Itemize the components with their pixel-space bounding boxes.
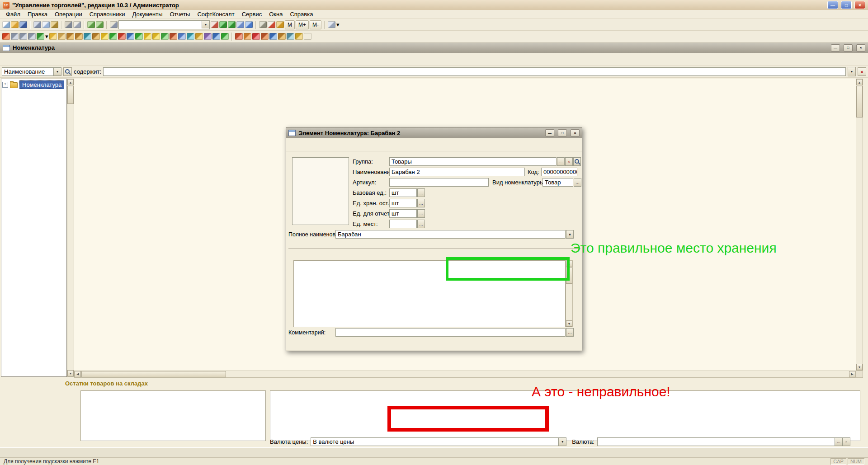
clear-filter-icon[interactable]: × [858, 67, 866, 76]
toolbar2-icon[interactable] [109, 33, 117, 40]
toolbar2-icon[interactable] [212, 33, 220, 40]
toolbar2-icon[interactable] [178, 33, 186, 40]
toolbar2-icon[interactable] [287, 33, 294, 40]
clear-icon[interactable]: × [842, 438, 850, 446]
print-icon[interactable] [65, 21, 72, 28]
find-icon[interactable] [110, 21, 118, 28]
toolbar2-icon[interactable] [170, 33, 177, 40]
toolbar2-icon[interactable] [92, 33, 100, 40]
maximize-button[interactable]: □ [841, 1, 852, 9]
kind-field[interactable]: Товар [542, 178, 573, 187]
item-image-placeholder[interactable] [292, 157, 349, 225]
currency-field[interactable]: … × [597, 437, 850, 446]
clear-search-icon[interactable] [211, 21, 218, 28]
quick-search-combo[interactable]: ▾ [118, 20, 210, 29]
menu-item[interactable]: Правка [24, 10, 51, 18]
memory-button[interactable]: М+ [296, 20, 309, 29]
ellipsis-icon[interactable]: … [566, 328, 574, 337]
horizontal-scrollbar[interactable]: ◀ ▶ [74, 371, 856, 378]
ellipsis-icon[interactable]: … [557, 157, 565, 166]
code-field[interactable]: 000000000002 [541, 168, 577, 176]
new-document-icon[interactable] [2, 21, 10, 28]
search-input[interactable] [103, 67, 846, 76]
article-field[interactable] [389, 178, 489, 187]
minimize-button[interactable]: — [827, 1, 838, 9]
places-unit-field[interactable] [389, 220, 417, 228]
scroll-up-icon[interactable]: ▲ [566, 261, 572, 267]
ellipsis-icon[interactable]: … [417, 188, 425, 197]
chevron-down-icon[interactable]: ▾ [566, 230, 574, 239]
ellipsis-icon[interactable]: … [574, 178, 581, 187]
toolbar2-icon[interactable] [187, 33, 194, 40]
chevron-down-icon[interactable]: ▾ [45, 33, 48, 40]
open-folder-icon[interactable] [11, 21, 19, 28]
toolbar2-icon[interactable] [235, 33, 243, 40]
mdi-minimize-button[interactable]: — [831, 44, 840, 52]
vertical-scrollbar[interactable]: ▲ ▼ [856, 79, 863, 371]
scroll-thumb[interactable] [566, 268, 572, 284]
toolbar-icon[interactable] [304, 33, 311, 40]
toolbar2-icon[interactable] [2, 33, 10, 40]
info-icon[interactable] [245, 21, 253, 28]
toolbar2-icon[interactable] [144, 33, 151, 40]
undo-icon[interactable] [87, 21, 95, 28]
name-field[interactable]: Барабан 2 [389, 168, 525, 176]
places-scrollbar[interactable]: ▲ ▼ [566, 260, 573, 327]
memory-button[interactable]: М [285, 20, 295, 29]
tree-scrollbar[interactable]: ▲ ▼ [67, 79, 74, 377]
group-field[interactable]: Товары [389, 157, 557, 166]
chevron-down-icon[interactable]: ▾ [202, 21, 209, 28]
cut-icon[interactable] [33, 21, 41, 28]
scroll-thumb[interactable] [67, 86, 74, 104]
dialog-maximize-button[interactable]: □ [558, 129, 567, 136]
toolbar2-icon[interactable] [101, 33, 108, 40]
scroll-down-icon[interactable]: ▼ [566, 320, 572, 327]
users-icon[interactable] [276, 21, 284, 28]
scroll-thumb[interactable] [856, 86, 863, 117]
tree-node-nomenklatura[interactable]: + Номенклатура [1, 79, 66, 90]
open-icon[interactable] [573, 157, 581, 166]
menu-item[interactable]: Операции [52, 10, 85, 18]
toolbar2-icon[interactable] [204, 33, 212, 40]
scroll-down-icon[interactable]: ▼ [67, 370, 74, 376]
search-button[interactable] [63, 67, 72, 76]
menu-item[interactable]: Сервис [239, 10, 265, 18]
toolbar2-icon[interactable] [269, 33, 277, 40]
report-unit-field[interactable]: шт [389, 209, 417, 218]
toolbar2-icon[interactable] [19, 33, 27, 40]
toolbar2-icon[interactable] [295, 33, 303, 40]
scroll-down-icon[interactable]: ▼ [856, 364, 863, 370]
save-icon[interactable] [19, 21, 27, 28]
mdi-close-button[interactable]: × [856, 44, 865, 52]
scroll-up-icon[interactable]: ▲ [856, 79, 863, 85]
comment-field[interactable] [335, 328, 566, 337]
toolbar2-icon[interactable] [11, 33, 19, 40]
calendar-icon[interactable] [268, 21, 275, 28]
menu-item[interactable]: Справочники [86, 10, 128, 18]
calculator-icon[interactable] [259, 21, 267, 28]
menu-item[interactable]: Документы [129, 10, 165, 18]
memory-button[interactable]: М- [310, 20, 321, 29]
toolbar2-icon[interactable] [221, 33, 229, 40]
chevron-down-icon[interactable]: ▾ [558, 438, 566, 446]
menu-item[interactable]: Справка [287, 10, 316, 18]
base-unit-field[interactable]: шт [389, 188, 417, 197]
toolbar2-icon[interactable] [152, 33, 160, 40]
close-button[interactable]: × [854, 1, 865, 9]
scroll-right-icon[interactable]: ▶ [849, 371, 855, 377]
dialog-minimize-button[interactable]: — [545, 129, 554, 136]
full-name-field[interactable]: Барабан [335, 230, 566, 239]
search-field-combo[interactable]: Наименование ▾ [2, 67, 61, 76]
scroll-up-icon[interactable]: ▲ [67, 79, 74, 85]
menu-item[interactable]: СофтКонсалт [194, 10, 237, 18]
toolbar2-icon[interactable] [161, 33, 169, 40]
toolbar2-icon[interactable] [84, 33, 91, 40]
service-icon[interactable] [328, 21, 335, 28]
toolbar2-icon[interactable] [58, 33, 66, 40]
toolbar2-icon[interactable] [244, 33, 251, 40]
copy-icon[interactable] [42, 21, 50, 28]
scroll-left-icon[interactable]: ◀ [75, 371, 81, 377]
toolbar2-icon[interactable] [37, 33, 44, 40]
toolbar2-icon[interactable] [28, 33, 36, 40]
toolbar2-icon[interactable] [278, 33, 286, 40]
